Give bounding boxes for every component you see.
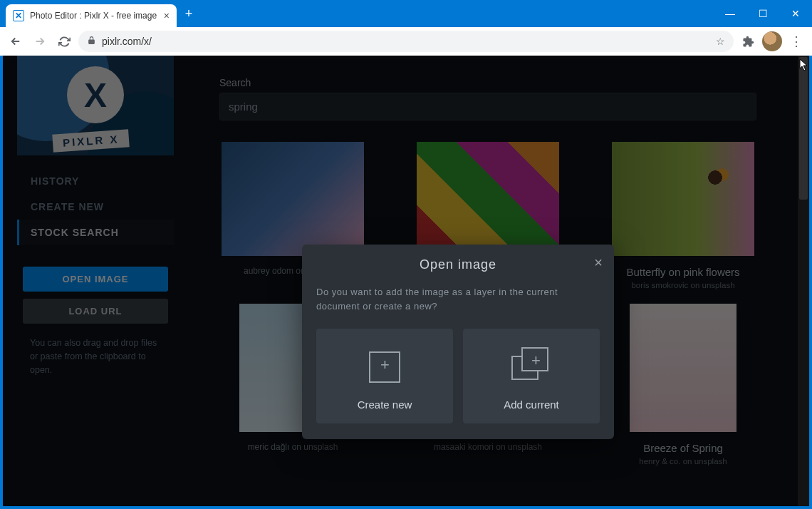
tab-close-icon[interactable]: × — [164, 10, 170, 21]
add-current-label: Add current — [504, 399, 559, 411]
bookmark-star-icon[interactable]: ☆ — [716, 36, 725, 47]
profile-avatar[interactable] — [762, 31, 782, 51]
back-button[interactable] — [6, 31, 26, 51]
create-new-option[interactable]: + Create new — [316, 329, 453, 423]
maximize-button[interactable]: ☐ — [746, 0, 779, 27]
new-tab-button[interactable]: + — [177, 0, 201, 27]
minimize-button[interactable]: ― — [714, 0, 746, 27]
url-bar[interactable]: pixlr.com/x/ ☆ — [78, 31, 734, 52]
lock-icon — [87, 36, 96, 47]
open-image-modal: Open image × Do you want to add the imag… — [302, 245, 614, 439]
create-new-icon: + — [363, 346, 406, 386]
app-viewport: X PIXLR X HISTORY CREATE NEW STOCK SEARC… — [3, 56, 809, 506]
add-current-option[interactable]: + Add current — [463, 329, 600, 423]
reload-button[interactable] — [54, 31, 74, 51]
close-window-button[interactable]: ✕ — [779, 0, 812, 27]
tab-favicon-icon: ✕ — [13, 10, 24, 21]
window-titlebar: ✕ Photo Editor : Pixlr X - free image × … — [0, 0, 812, 27]
modal-options: + Create new + Add current — [316, 329, 600, 423]
add-current-icon: + — [510, 346, 553, 386]
browser-tab[interactable]: ✕ Photo Editor : Pixlr X - free image × — [6, 4, 177, 27]
modal-text: Do you want to add the image as a layer … — [316, 285, 600, 313]
url-text: pixlr.com/x/ — [102, 36, 710, 47]
extensions-icon[interactable] — [738, 31, 758, 51]
browser-menu-button[interactable]: ⋮ — [786, 31, 806, 51]
mouse-cursor-icon — [799, 58, 809, 74]
tab-title: Photo Editor : Pixlr X - free image — [30, 11, 158, 21]
modal-title: Open image — [316, 257, 600, 272]
forward-button[interactable] — [30, 31, 50, 51]
window-controls: ― ☐ ✕ — [714, 0, 812, 27]
modal-close-icon[interactable]: × — [594, 254, 603, 271]
address-bar: pixlr.com/x/ ☆ ⋮ — [0, 27, 812, 56]
create-new-label: Create new — [358, 399, 412, 411]
